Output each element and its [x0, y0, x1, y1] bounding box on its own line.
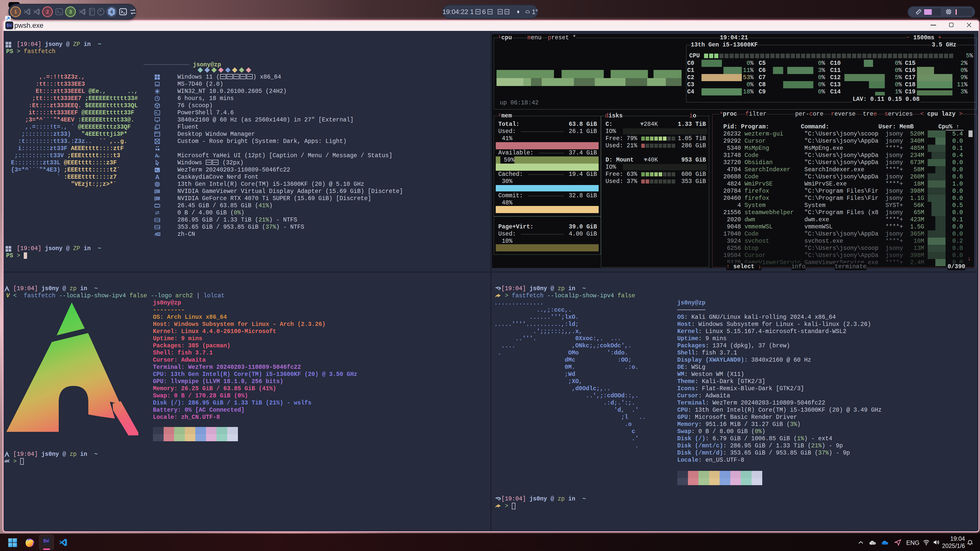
svg-text:4: 4	[110, 10, 113, 14]
svg-text:A: A	[155, 174, 159, 180]
svg-text:a: a	[158, 154, 159, 158]
